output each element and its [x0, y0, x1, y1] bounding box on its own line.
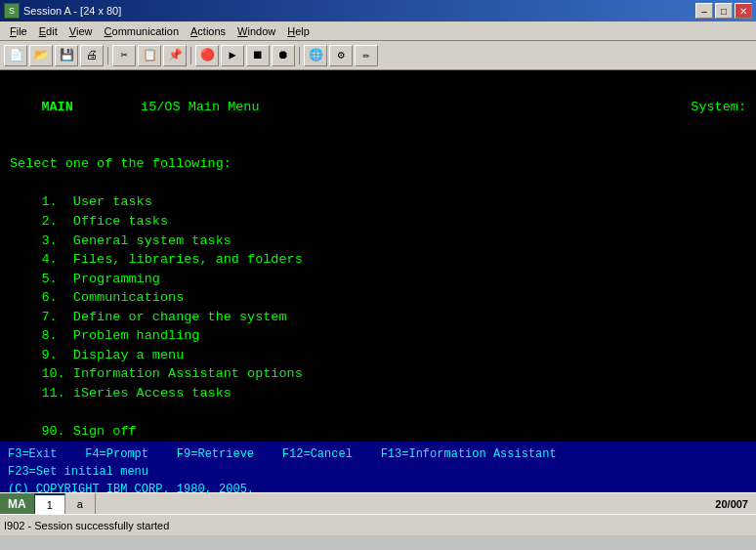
status-tabs: 1 a: [35, 493, 96, 514]
toolbar-btn-13[interactable]: ⚙: [329, 45, 353, 66]
terminal-item-4: 4. Files, libraries, and folders: [10, 250, 746, 270]
taskbar: I902 - Session successfully started: [0, 514, 756, 535]
status-tab-1[interactable]: 1: [35, 493, 65, 514]
fkey-line-2: F23=Set initial menu: [8, 463, 748, 481]
terminal-select-prompt: Select one of the following:: [10, 154, 746, 174]
window-title: Session A - [24 x 80]: [23, 5, 121, 17]
terminal-item-1: 1. User tasks: [10, 192, 746, 212]
menu-edit[interactable]: Edit: [33, 21, 63, 40]
maximize-button[interactable]: □: [715, 3, 733, 19]
toolbar: 📄 📂 💾 🖨 ✂ 📋 📌 🔴 ▶ ⏹ ⏺ 🌐 ⚙ ✏: [0, 41, 756, 70]
menu-actions[interactable]: Actions: [185, 21, 231, 40]
terminal-item-9: 9. Display a menu: [10, 346, 746, 365]
menu-bar: File Edit View Communication Actions Win…: [0, 21, 756, 41]
toolbar-btn-1[interactable]: 📄: [4, 45, 27, 66]
terminal-main-label: MAIN: [41, 100, 72, 114]
toolbar-btn-10[interactable]: ⏹: [246, 45, 270, 66]
toolbar-sep-1: [107, 47, 108, 64]
terminal-screen[interactable]: MAINi5/OS Main MenuSystem: Select one of…: [0, 70, 756, 442]
menu-view[interactable]: View: [63, 21, 99, 40]
terminal-item-6: 6. Communications: [10, 288, 746, 308]
fkey-bar: F3=Exit F4=Prompt F9=Retrieve F12=Cancel…: [0, 442, 756, 492]
terminal-system: System:: [691, 98, 746, 117]
terminal-item-7: 7. Define or change the system: [10, 308, 746, 327]
toolbar-btn-5[interactable]: ✂: [112, 45, 136, 66]
close-button[interactable]: ✕: [735, 3, 752, 19]
status-position: 20/007: [715, 498, 756, 510]
terminal-blank-3: [10, 403, 746, 423]
terminal-item-5: 5. Programming: [10, 270, 746, 289]
toolbar-btn-7[interactable]: 📌: [163, 45, 187, 66]
menu-file[interactable]: File: [4, 21, 33, 40]
title-bar-controls: – □ ✕: [695, 3, 752, 19]
taskbar-message: I902 - Session successfully started: [4, 520, 169, 531]
status-tab-2[interactable]: a: [65, 493, 96, 514]
title-bar: S Session A - [24 x 80] – □ ✕: [0, 0, 756, 21]
terminal-item-8: 8. Problem handling: [10, 326, 746, 346]
toolbar-btn-6[interactable]: 📋: [138, 45, 161, 66]
toolbar-btn-2[interactable]: 📂: [29, 45, 53, 66]
terminal-header-line: MAINi5/OS Main MenuSystem:: [10, 78, 746, 136]
terminal-item-11: 11. iSeries Access tasks: [10, 384, 746, 403]
toolbar-btn-14[interactable]: ✏: [355, 45, 378, 66]
title-bar-left: S Session A - [24 x 80]: [4, 3, 121, 19]
toolbar-btn-12[interactable]: 🌐: [304, 45, 327, 66]
toolbar-sep-2: [190, 47, 191, 64]
terminal-signoff: 90. Sign off: [10, 422, 746, 442]
fkey-line-1: F3=Exit F4=Prompt F9=Retrieve F12=Cancel…: [8, 445, 748, 463]
toolbar-sep-3: [299, 47, 300, 64]
terminal-item-2: 2. Office tasks: [10, 212, 746, 232]
minimize-button[interactable]: –: [695, 3, 713, 19]
toolbar-btn-8[interactable]: 🔴: [195, 45, 219, 66]
terminal-blank-2: [10, 174, 746, 193]
app-icon: S: [4, 3, 20, 19]
menu-window[interactable]: Window: [231, 21, 281, 40]
toolbar-btn-9[interactable]: ▶: [221, 45, 244, 66]
terminal-item-3: 3. General system tasks: [10, 232, 746, 251]
menu-help[interactable]: Help: [281, 21, 315, 40]
terminal-item-10: 10. Information Assistant options: [10, 364, 746, 384]
menu-communication[interactable]: Communication: [99, 21, 185, 40]
terminal-title: i5/OS Main Menu: [73, 98, 327, 117]
toolbar-btn-3[interactable]: 💾: [55, 45, 78, 66]
toolbar-btn-4[interactable]: 🖨: [80, 45, 104, 66]
toolbar-btn-11[interactable]: ⏺: [272, 45, 295, 66]
status-indicator: MA: [0, 493, 35, 514]
terminal-blank-1: [10, 136, 746, 155]
